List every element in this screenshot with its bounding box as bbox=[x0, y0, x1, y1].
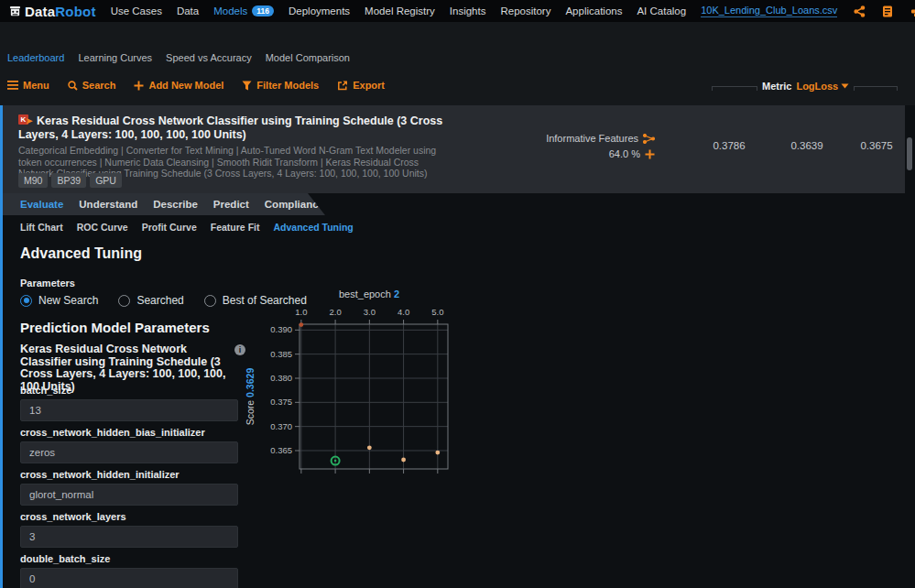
data-point bbox=[367, 445, 372, 450]
y-tick-label: 0.365 bbox=[270, 445, 292, 455]
radio-dot bbox=[20, 295, 32, 307]
tab-speed-vs-accuracy[interactable]: Speed vs Accuracy bbox=[166, 52, 252, 63]
nav-deployments[interactable]: Deployments bbox=[289, 5, 350, 16]
plus-icon bbox=[134, 81, 144, 91]
menu-label: Menu bbox=[23, 80, 49, 91]
cross-validation-score: 0.3639 bbox=[766, 140, 848, 151]
tab-compliance[interactable]: Compliance bbox=[265, 199, 324, 210]
brand-robot: Robot bbox=[55, 4, 95, 19]
tab-predict[interactable]: Predict bbox=[213, 199, 249, 210]
best-epoch-scatter-chart[interactable]: 1.02.03.04.05.00.3900.3850.3800.3750.370… bbox=[244, 285, 463, 479]
export-icon bbox=[337, 81, 348, 91]
nav-ai-catalog[interactable]: AI Catalog bbox=[637, 5, 686, 16]
parameters-label: Parameters bbox=[20, 278, 75, 289]
field-label: cross_network_layers bbox=[20, 511, 238, 522]
x-tick-label: 2.0 bbox=[329, 307, 341, 317]
model-badges: M90 BP39 GPU bbox=[18, 173, 122, 188]
menu-button[interactable]: Menu bbox=[7, 80, 49, 91]
field-cross-network-layers: cross_network_layers bbox=[20, 511, 238, 553]
add-new-model-label: Add New Model bbox=[148, 80, 223, 91]
data-point bbox=[299, 322, 303, 327]
plus-icon[interactable] bbox=[645, 149, 655, 159]
y-tick-label: 0.385 bbox=[270, 349, 292, 359]
model-row[interactable]: K➤ Keras Residual Cross Network Classifi… bbox=[3, 105, 905, 193]
robot-head-icon bbox=[9, 5, 21, 17]
subtab-advanced-tuning[interactable]: Advanced Tuning bbox=[273, 222, 353, 233]
models-count-badge: 116 bbox=[252, 5, 274, 16]
data-point bbox=[435, 451, 440, 455]
search-button[interactable]: Search bbox=[68, 80, 116, 91]
search-label: Search bbox=[82, 80, 116, 91]
cross-network-layers-input[interactable] bbox=[20, 526, 238, 548]
add-new-model-button[interactable]: Add New Model bbox=[134, 80, 223, 91]
project-file-link[interactable]: 10K_Lending_Club_Loans.csv bbox=[701, 5, 837, 17]
cross-network-hidden-initializer-input[interactable] bbox=[20, 484, 238, 506]
badge-blueprint: BP39 bbox=[51, 173, 86, 188]
y-tick-label: 0.380 bbox=[270, 373, 292, 383]
datarobot-logo[interactable]: DataRobot bbox=[9, 4, 96, 19]
tab-learning-curves[interactable]: Learning Curves bbox=[78, 52, 152, 63]
field-cross-network-hidden-initializer: cross_network_hidden_initializer bbox=[20, 469, 238, 511]
nav-use-cases[interactable]: Use Cases bbox=[111, 5, 162, 16]
nav-models[interactable]: Models116 bbox=[213, 5, 274, 16]
field-batch-size: batch_size bbox=[20, 385, 238, 427]
nav-model-registry[interactable]: Model Registry bbox=[365, 5, 435, 16]
data-point bbox=[401, 458, 406, 463]
scrollbar-thumb[interactable] bbox=[907, 137, 912, 170]
x-tick-label: 3.0 bbox=[364, 307, 376, 317]
nav-repository[interactable]: Repository bbox=[500, 5, 550, 16]
nav-data[interactable]: Data bbox=[177, 5, 199, 16]
chevron-down-icon bbox=[841, 83, 849, 89]
tab-model-comparison[interactable]: Model Comparison bbox=[266, 52, 350, 63]
blueprint-branch-icon[interactable] bbox=[643, 134, 655, 144]
nav-applications[interactable]: Applications bbox=[565, 5, 622, 16]
validation-score: 0.3786 bbox=[696, 140, 762, 151]
subtab-roc-curve[interactable]: ROC Curve bbox=[77, 222, 128, 233]
feature-list-name[interactable]: Informative Features bbox=[546, 131, 638, 147]
field-label: cross_network_hidden_bias_initializer bbox=[20, 427, 238, 438]
tab-evaluate[interactable]: Evaluate bbox=[20, 199, 63, 210]
radio-searched[interactable]: Searched bbox=[118, 294, 183, 307]
radio-new-search[interactable]: New Search bbox=[20, 294, 98, 307]
x-tick-label: 1.0 bbox=[295, 307, 307, 317]
holdout-score: 0.3675 bbox=[844, 140, 909, 151]
tab-understand[interactable]: Understand bbox=[79, 199, 137, 210]
tab-leaderboard[interactable]: Leaderboard bbox=[7, 52, 64, 63]
model-title-text: Keras Residual Cross Network Classifier … bbox=[18, 114, 442, 141]
model-title[interactable]: K➤ Keras Residual Cross Network Classifi… bbox=[18, 114, 481, 142]
model-detail-tabs: Evaluate Understand Describe Predict Com… bbox=[3, 193, 332, 215]
radio-dot bbox=[118, 295, 130, 307]
y-tick-label: 0.370 bbox=[270, 421, 292, 431]
brand-data: Data bbox=[25, 4, 55, 19]
search-icon bbox=[68, 81, 78, 91]
tab-comments[interactable]: Comments bbox=[340, 199, 394, 210]
sample-size-value[interactable]: 64.0 % bbox=[609, 147, 640, 162]
share-icon[interactable] bbox=[854, 5, 866, 17]
y-tick-label: 0.390 bbox=[270, 324, 292, 334]
subtab-feature-fit[interactable]: Feature Fit bbox=[211, 222, 260, 233]
x-tick-label: 5.0 bbox=[431, 307, 443, 317]
field-double-batch-size: double_batch_size bbox=[20, 553, 238, 588]
y-axis-label: Score 0.3629 bbox=[245, 368, 256, 426]
filter-models-button[interactable]: Filter Models bbox=[242, 80, 319, 91]
subtab-lift-chart[interactable]: Lift Chart bbox=[20, 222, 63, 233]
tab-describe[interactable]: Describe bbox=[153, 199, 198, 210]
megaphone-icon[interactable] bbox=[910, 5, 915, 17]
metric-value-dropdown[interactable]: LogLoss bbox=[796, 81, 849, 92]
radio-dot bbox=[204, 295, 216, 307]
subtab-profit-curve[interactable]: Profit Curve bbox=[142, 222, 197, 233]
metric-bracket-left bbox=[712, 86, 757, 91]
double-batch-size-input[interactable] bbox=[20, 568, 238, 588]
chart-title: best_epoch 2 bbox=[339, 289, 399, 299]
field-cross-network-hidden-bias-initializer: cross_network_hidden_bias_initializer bbox=[20, 427, 238, 469]
worker-queue-icon[interactable] bbox=[882, 5, 894, 17]
export-button[interactable]: Export bbox=[337, 80, 385, 91]
x-tick-label: 4.0 bbox=[398, 307, 409, 317]
batch-size-input[interactable] bbox=[20, 399, 238, 421]
datarobot-app: DataRobot Use Cases Data Models116 Deplo… bbox=[0, 0, 915, 588]
radio-label: Searched bbox=[136, 294, 183, 307]
nav-models-label: Models bbox=[213, 5, 247, 16]
export-label: Export bbox=[353, 80, 385, 91]
cross-network-hidden-bias-initializer-input[interactable] bbox=[20, 441, 238, 463]
nav-insights[interactable]: Insights bbox=[450, 5, 486, 16]
